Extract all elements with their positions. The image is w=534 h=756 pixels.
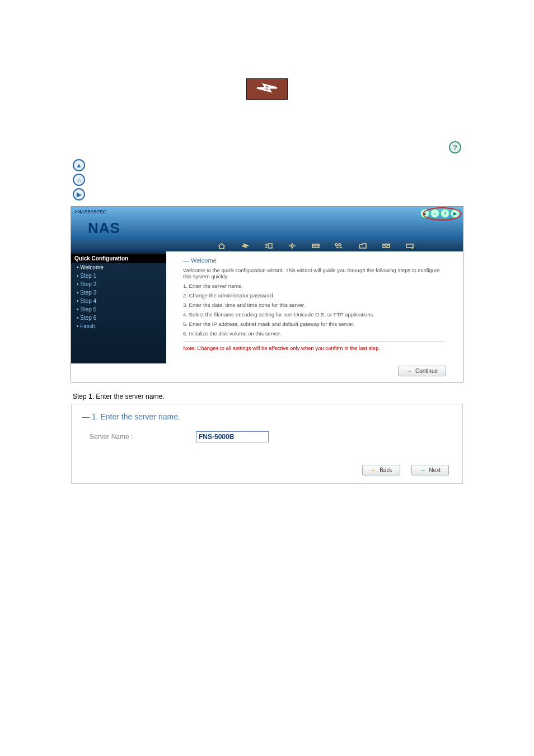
sidebar-item-step5[interactable]: • Step 5 — [71, 305, 166, 314]
back-button[interactable]: ← Back — [362, 465, 400, 475]
main-panel: — Welcome Welcome to the quick configura… — [166, 251, 463, 363]
toolbar-network-icon[interactable] — [287, 242, 297, 250]
step1-title: — 1. Enter the server name. — [82, 412, 452, 421]
toolbar-home-icon[interactable] — [217, 242, 227, 250]
sidebar-item-step6[interactable]: • Step 6 — [71, 314, 166, 322]
continue-button[interactable]: → Continue — [398, 366, 446, 376]
brand-logo — [246, 78, 288, 100]
sidebar-item-step1[interactable]: • Step 1 — [71, 272, 166, 280]
note-prefix: Note: — [183, 345, 197, 351]
nas-admin-screenshot: >NAS8A57EC NAS ▲ ⌂ ? ▶ Quick Configurati… — [71, 206, 463, 382]
nas-brand: NAS — [88, 220, 120, 237]
nav-icons-legend: ▲ ⌂ ▶ — [73, 159, 534, 200]
help-icon: ? — [449, 141, 461, 153]
highlight-oval — [423, 207, 462, 221]
arrow-left-icon: ← — [371, 467, 376, 473]
toolbar-users-icon[interactable] — [334, 242, 344, 250]
sidebar-item-step4[interactable]: • Step 4 — [71, 297, 166, 305]
step1-description: Step 1. Enter the server name. — [73, 393, 461, 400]
toolbar-server-icon[interactable] — [264, 242, 274, 250]
toolbar-folder-icon[interactable] — [358, 242, 368, 250]
toolbar-disk-icon[interactable] — [311, 242, 321, 250]
next-button[interactable]: → Next — [411, 465, 449, 475]
step-line: 3. Enter the date, time and time zone fo… — [183, 302, 446, 308]
sidebar-item-finish[interactable]: • Finish — [71, 322, 166, 330]
home-icon: ⌂ — [73, 174, 85, 186]
sidebar-header: Quick Configuration — [71, 254, 166, 263]
server-name-input[interactable] — [196, 431, 269, 442]
forward-icon: ▶ — [73, 188, 85, 200]
toolbar-mail-icon[interactable] — [381, 242, 391, 250]
step-line: 5. Enter the IP address, subnet mask and… — [183, 321, 446, 327]
back-icon: ▲ — [73, 159, 85, 171]
main-toolbar — [71, 240, 463, 251]
toolbar-tools-icon[interactable] — [405, 242, 415, 250]
step1-screenshot: — 1. Enter the server name. Server Name … — [71, 404, 463, 484]
step-line: 6. Initialize the disk volume on this se… — [183, 330, 446, 337]
step-line: 1. Enter the server name. — [183, 283, 446, 289]
step-line: 2. Change the administrator password. — [183, 292, 446, 298]
server-name-label: Server Name : — [90, 433, 179, 441]
step-line: 4. Select the filename encoding setting … — [183, 311, 446, 318]
sidebar-item-step2[interactable]: • Step 2 — [71, 280, 166, 288]
panel-intro: Welcome to the quick configuration wizar… — [183, 267, 446, 279]
window-url: >NAS8A57EC — [74, 209, 106, 214]
sidebar-item-step3[interactable]: • Step 3 — [71, 288, 166, 297]
arrow-right-icon: → — [420, 467, 425, 473]
sidebar-item-welcome[interactable]: • Welcome — [71, 263, 166, 272]
arrow-right-icon: → — [406, 368, 412, 374]
toolbar-quick-icon[interactable] — [240, 242, 250, 250]
note-body: Changes to all settings will be effectiv… — [197, 345, 380, 351]
panel-title: — Welcome — [183, 257, 446, 264]
sidebar: Quick Configuration • Welcome • Step 1 •… — [71, 251, 166, 363]
